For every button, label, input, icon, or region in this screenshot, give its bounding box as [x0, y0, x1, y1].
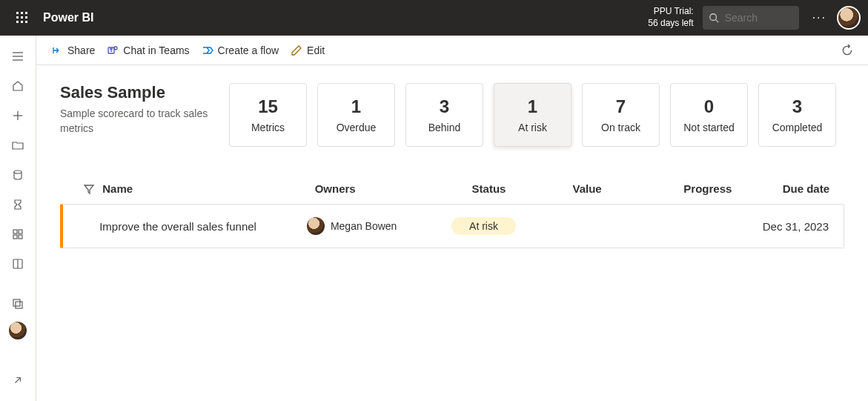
flow-icon [202, 44, 213, 56]
card-value: 1 [351, 96, 361, 117]
col-owners[interactable]: Owners [315, 182, 439, 195]
teams-icon [107, 44, 119, 56]
svg-rect-21 [13, 299, 20, 306]
svg-rect-22 [16, 302, 22, 308]
card-on-track[interactable]: 7 On track [582, 83, 660, 147]
edit-label: Edit [307, 44, 325, 56]
svg-rect-6 [16, 21, 19, 23]
card-value: 1 [528, 96, 537, 117]
filter-icon[interactable] [75, 183, 102, 195]
row-name: Improve the overall sales funnel [99, 220, 307, 233]
metrics-icon[interactable] [3, 190, 33, 219]
card-metrics[interactable]: 15 Metrics [229, 83, 307, 147]
user-avatar[interactable] [837, 6, 861, 30]
card-completed[interactable]: 3 Completed [758, 83, 836, 147]
search-icon [709, 13, 719, 23]
app-launcher-icon[interactable] [7, 3, 37, 33]
table-header: Name Owners Status Value Progress Due da… [60, 173, 844, 204]
refresh-icon [841, 44, 854, 57]
card-label: Not started [683, 122, 734, 133]
edit-button[interactable]: Edit [285, 39, 331, 62]
svg-line-10 [715, 20, 718, 23]
title-block: Sales Sample Sample scorecard to track s… [60, 83, 216, 136]
card-value: 3 [440, 96, 449, 117]
card-overdue[interactable]: 1 Overdue [317, 83, 395, 147]
svg-rect-20 [19, 235, 22, 239]
workspaces-icon[interactable] [3, 289, 33, 319]
home-icon[interactable] [3, 71, 33, 101]
create-flow-label: Create a flow [218, 44, 279, 56]
refresh-button[interactable] [835, 39, 859, 62]
header-row: Sales Sample Sample scorecard to track s… [60, 83, 844, 147]
chat-teams-label: Chat in Teams [123, 44, 189, 56]
card-label: Completed [772, 122, 823, 133]
card-value: 7 [616, 96, 626, 117]
svg-rect-19 [13, 235, 17, 239]
left-nav-rail [0, 36, 36, 401]
row-due: Dec 31, 2023 [745, 220, 829, 233]
topbar: Power BI PPU Trial: 56 days left ··· [0, 0, 868, 36]
page-subtitle: Sample scorecard to track sales metrics [60, 107, 216, 136]
page-toolbar: Share Chat in Teams Create a flow Edit [36, 36, 868, 65]
summary-cards: 15 Metrics 1 Overdue 3 Behind 1 At risk … [229, 83, 836, 147]
svg-rect-17 [13, 230, 17, 233]
card-value: 3 [792, 96, 802, 117]
svg-rect-3 [16, 16, 19, 19]
share-icon [51, 44, 63, 56]
card-label: Overdue [337, 122, 377, 133]
card-at-risk[interactable]: 1 At risk [494, 83, 572, 147]
card-behind[interactable]: 3 Behind [405, 83, 483, 147]
data-hub-icon[interactable] [3, 160, 33, 190]
hamburger-icon[interactable] [3, 42, 33, 71]
trial-info[interactable]: PPU Trial: 56 days left [648, 6, 693, 29]
svg-rect-1 [21, 12, 23, 14]
card-value: 0 [704, 96, 714, 117]
row-status: At risk [433, 217, 534, 235]
main-content: Sales Sample Sample scorecard to track s… [36, 65, 868, 401]
chat-teams-button[interactable]: Chat in Teams [101, 39, 195, 62]
svg-rect-4 [21, 16, 23, 19]
svg-rect-7 [21, 21, 23, 23]
card-label: Metrics [251, 122, 285, 133]
pencil-icon [291, 44, 302, 56]
card-value: 15 [258, 96, 278, 117]
table-row[interactable]: Improve the overall sales funnel Megan B… [60, 204, 844, 248]
row-owner: Megan Bowen [307, 217, 433, 235]
page-title: Sales Sample [60, 83, 216, 102]
share-button[interactable]: Share [45, 39, 101, 62]
svg-point-9 [709, 14, 716, 21]
svg-point-16 [14, 170, 21, 173]
expand-icon[interactable] [3, 365, 33, 395]
card-label: On track [601, 122, 640, 133]
col-due[interactable]: Due date [746, 182, 829, 195]
search-input[interactable] [725, 12, 784, 24]
share-label: Share [67, 44, 95, 56]
apps-icon[interactable] [3, 219, 33, 249]
trial-line1: PPU Trial: [648, 6, 693, 18]
browse-icon[interactable] [3, 130, 33, 160]
col-name[interactable]: Name [102, 182, 314, 195]
svg-point-24 [114, 47, 117, 50]
svg-rect-8 [25, 21, 27, 23]
svg-rect-0 [16, 12, 19, 14]
status-badge: At risk [451, 217, 516, 235]
trial-line2: 56 days left [648, 18, 693, 30]
owner-avatar [307, 217, 325, 235]
svg-rect-5 [25, 16, 27, 19]
workspace-avatar[interactable] [9, 322, 27, 339]
col-status[interactable]: Status [439, 182, 539, 195]
col-value[interactable]: Value [539, 182, 635, 195]
svg-rect-18 [19, 230, 22, 233]
owner-name: Megan Bowen [331, 220, 397, 232]
col-progress[interactable]: Progress [635, 182, 746, 195]
card-label: Behind [428, 122, 461, 133]
card-not-started[interactable]: 0 Not started [670, 83, 748, 147]
svg-rect-2 [25, 12, 27, 14]
learn-icon[interactable] [3, 249, 33, 279]
create-icon[interactable] [3, 101, 33, 130]
search-input-container[interactable] [703, 6, 799, 30]
brand-label: Power BI [43, 11, 93, 24]
card-label: At risk [518, 122, 547, 133]
more-options-icon[interactable]: ··· [812, 11, 826, 24]
create-flow-button[interactable]: Create a flow [196, 39, 285, 62]
